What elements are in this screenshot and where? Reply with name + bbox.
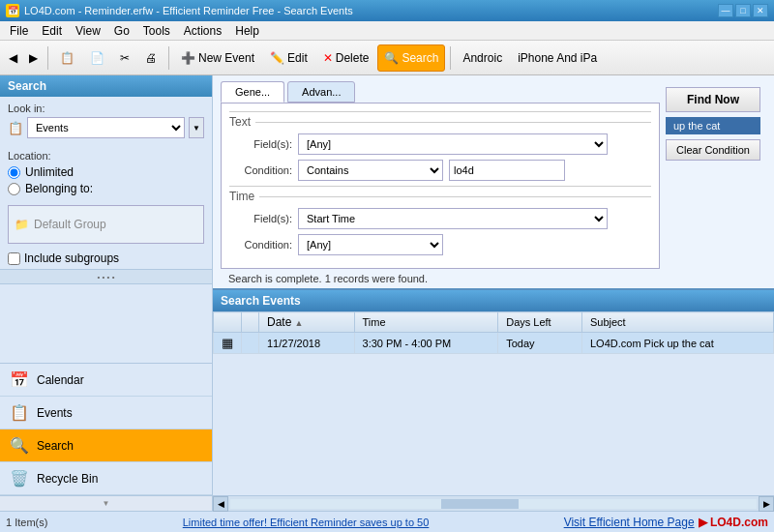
menu-view[interactable]: View (70, 22, 106, 40)
scroll-track[interactable] (230, 499, 757, 509)
sidebar-header: Search (0, 75, 212, 97)
results-section: Search Events Date ▲ Time Days Left (213, 288, 774, 511)
time-condition-label: Condition: (229, 239, 292, 251)
nav-calendar-item[interactable]: 📅 Calendar (0, 364, 212, 397)
nav-events-item[interactable]: 📋 Events (0, 397, 212, 429)
scissors-btn[interactable]: ✂ (113, 44, 136, 72)
search-button[interactable]: 🔍 Search (377, 44, 445, 72)
table-row[interactable]: ▦ 11/27/2018 3:30 PM - 4:00 PM Today LO4… (214, 333, 774, 354)
nav-search-item[interactable]: 🔍 Search (0, 429, 212, 462)
android-button[interactable]: Androic (456, 44, 509, 72)
horizontal-scrollbar[interactable]: ◀ ▶ (213, 495, 774, 511)
menu-file[interactable]: File (4, 22, 34, 40)
time-fields-row: Field(s): Start Time End Time All Day (229, 208, 651, 229)
delete-icon: ✕ (323, 51, 333, 65)
menu-help[interactable]: Help (229, 22, 265, 40)
search-toolbar-icon: 🔍 (384, 51, 399, 65)
iphone-label: iPhone And iPa (518, 51, 597, 65)
col-icon2[interactable] (242, 312, 259, 333)
fields-select[interactable]: [Any] Subject Body (298, 133, 608, 155)
tab-advanced[interactable]: Advan... (287, 81, 355, 103)
items-count: 1 Item(s) (6, 517, 47, 528)
scroll-dots-icon: • • • • (98, 273, 115, 281)
radio-unlimited[interactable] (8, 166, 20, 179)
edit-label: Edit (287, 51, 308, 65)
new-event-label: New Event (198, 51, 254, 65)
recycle-icon: 🗑️ (10, 469, 29, 488)
clear-condition-button[interactable]: Clear Condition (666, 139, 760, 161)
time-fields-select[interactable]: Start Time End Time All Day (298, 208, 608, 229)
calendar-icon: 📅 (10, 370, 29, 389)
radio-unlimited-label: Unlimited (25, 165, 74, 179)
menu-bar: File Edit View Go Tools Actions Help (0, 21, 774, 41)
nav-calendar-label: Calendar (37, 373, 84, 387)
time-condition-select[interactable]: [Any] Today This Week (298, 234, 443, 255)
edit-button[interactable]: ✏️ Edit (263, 44, 314, 72)
sidebar-scroll-area: • • • • (0, 269, 212, 363)
delete-label: Delete (336, 51, 370, 65)
result-highlight: up the cat (666, 117, 760, 134)
back-btn[interactable]: ◀ (4, 44, 22, 72)
look-in-label: Look in: (8, 103, 204, 114)
radio-belonging-label: Belonging to: (25, 182, 93, 195)
tab-row: Gene... Advan... (221, 81, 660, 103)
col-time[interactable]: Time (354, 312, 498, 333)
find-now-button[interactable]: Find Now (666, 87, 760, 112)
new-event-icon: ➕ (181, 51, 195, 65)
maximize-btn[interactable]: □ (735, 4, 751, 17)
radio-belonging[interactable] (8, 183, 20, 195)
search-label: Search (402, 51, 438, 65)
paste-btn[interactable]: 📄 (83, 44, 111, 72)
sidebar-nav: 📅 Calendar 📋 Events 🔍 Search 🗑️ Recycle … (0, 363, 212, 495)
radio-unlimited-row[interactable]: Unlimited (8, 165, 204, 179)
scroll-right-btn[interactable]: ▶ (759, 496, 774, 512)
row-icon1: ▦ (214, 333, 242, 354)
menu-tools[interactable]: Tools (137, 22, 176, 40)
bottom-scroll-arrow: ▼ (103, 499, 110, 508)
time-fields-label: Field(s): (229, 213, 292, 224)
menu-edit[interactable]: Edit (36, 22, 68, 40)
default-group-box: 📁 Default Group (8, 205, 204, 244)
nav-recycle-item[interactable]: 🗑️ Recycle Bin (0, 462, 212, 495)
scroll-thumb[interactable] (441, 499, 519, 509)
copy-btn[interactable]: 📋 (53, 44, 81, 72)
condition-text-input[interactable] (449, 160, 565, 181)
look-in-select[interactable]: Events Tasks Notes (27, 117, 185, 138)
radio-belonging-row[interactable]: Belonging to: (8, 182, 204, 195)
close-btn[interactable]: ✕ (753, 4, 768, 17)
scroll-left-btn[interactable]: ◀ (213, 496, 228, 512)
table-header-row: Date ▲ Time Days Left Subject (214, 312, 774, 333)
tab-general[interactable]: Gene... (221, 81, 284, 103)
col-days-left[interactable]: Days Left (498, 312, 582, 333)
lo4d-logo: ▶ LO4D.com (699, 516, 768, 529)
app-icon: 📅 (6, 4, 19, 17)
row-days-left: Today (498, 333, 582, 354)
include-subgroups-row: Include subgroups (0, 248, 212, 269)
sidebar: Search Look in: 📋 Events Tasks Notes ▼ L… (0, 75, 213, 511)
col-subject[interactable]: Subject (581, 312, 773, 333)
condition-select[interactable]: Contains Starts With Ends With Equals (298, 160, 443, 181)
new-event-button[interactable]: ➕ New Event (174, 44, 261, 72)
time-condition-row: Condition: [Any] Today This Week (229, 234, 651, 255)
col-date[interactable]: Date ▲ (259, 312, 355, 333)
menu-actions[interactable]: Actions (178, 22, 227, 40)
menu-go[interactable]: Go (108, 22, 135, 40)
col-icon1[interactable] (214, 312, 242, 333)
tabs-and-fields: Gene... Advan... Text Field(s): [Any] S (221, 81, 660, 288)
sidebar-top-scroll[interactable]: • • • • (0, 269, 212, 284)
promo-link[interactable]: Limited time offer! Efficient Reminder s… (183, 517, 430, 528)
visit-link[interactable]: Visit Efficient Home Page (564, 516, 695, 529)
minimize-btn[interactable]: — (718, 4, 733, 17)
search-nav-icon: 🔍 (10, 436, 29, 455)
include-subgroups-checkbox[interactable] (8, 252, 20, 265)
delete-button[interactable]: ✕ Delete (316, 44, 376, 72)
fields-row: Field(s): [Any] Subject Body (229, 133, 651, 155)
row-date: 11/27/2018 (259, 333, 355, 354)
iphone-button[interactable]: iPhone And iPa (511, 44, 604, 72)
sidebar-bottom-scroll[interactable]: ▼ (0, 495, 212, 511)
look-in-scroll-btn[interactable]: ▼ (189, 117, 204, 138)
sep3 (450, 46, 451, 70)
forward-btn[interactable]: ▶ (24, 44, 43, 72)
results-header: Search Events (213, 290, 774, 311)
print-btn[interactable]: 🖨 (138, 44, 164, 72)
